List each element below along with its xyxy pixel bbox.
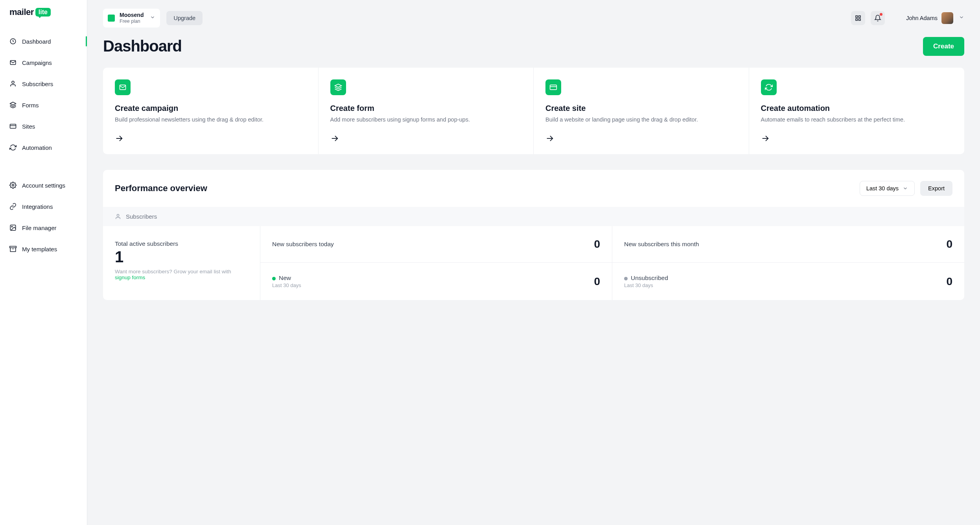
total-subscribers-cell: Total active subscribers 1 Want more sub…: [103, 226, 260, 300]
stat-value: 0: [946, 238, 952, 251]
user-icon: [9, 80, 17, 87]
link-icon: [9, 203, 17, 210]
status-dot: [624, 277, 628, 280]
brand-name: mailer: [9, 7, 34, 17]
total-subscribers-label: Total active subscribers: [115, 240, 248, 247]
sidebar-item-integrations[interactable]: Integrations: [0, 196, 87, 217]
sidebar-item-label: Subscribers: [22, 81, 53, 87]
sidebar-item-file-manager[interactable]: File manager: [0, 217, 87, 238]
chevron-down-icon: [959, 15, 964, 21]
svg-point-6: [12, 184, 14, 186]
sidebar-item-my-templates[interactable]: My templates: [0, 238, 87, 260]
refresh-icon: [761, 79, 777, 95]
sidebar-item-dashboard[interactable]: Dashboard: [0, 31, 87, 52]
action-card[interactable]: Create campaignBuild professional newsle…: [103, 68, 319, 154]
card-description: Build professional newsletters using the…: [115, 115, 306, 124]
svg-point-2: [12, 81, 14, 83]
stat-cell: New subscribers this month0: [612, 226, 964, 263]
stat-label: New: [272, 274, 301, 282]
brand-logo[interactable]: mailer lite: [0, 7, 87, 28]
sidebar-item-campaigns[interactable]: Campaigns: [0, 52, 87, 73]
sidebar-nav: DashboardCampaignsSubscribersFormsSitesA…: [0, 28, 87, 262]
apps-button[interactable]: [851, 11, 865, 25]
sidebar-item-label: File manager: [22, 225, 57, 231]
sidebar-item-label: Sites: [22, 123, 35, 130]
upgrade-button[interactable]: Upgrade: [166, 11, 203, 25]
svg-rect-14: [859, 18, 861, 20]
performance-panel: Performance overview Last 30 days Export…: [103, 170, 964, 300]
sidebar-item-account-settings[interactable]: Account settings: [0, 175, 87, 196]
sidebar-item-forms[interactable]: Forms: [0, 94, 87, 116]
action-card[interactable]: Create formAdd more subscribers using si…: [319, 68, 534, 154]
card-description: Automate emails to reach subscribers at …: [761, 115, 953, 124]
action-card[interactable]: Create automationAutomate emails to reac…: [749, 68, 965, 154]
user-menu[interactable]: John Adams: [906, 12, 964, 24]
stat-cell: NewLast 30 days0: [260, 263, 612, 300]
notifications-button[interactable]: [871, 11, 885, 25]
account-name: Moosend: [120, 12, 144, 18]
card-title: Create campaign: [115, 104, 306, 113]
export-button[interactable]: Export: [920, 181, 952, 196]
sidebar-item-label: Forms: [22, 102, 39, 109]
stat-label: New subscribers this month: [624, 241, 699, 248]
sidebar-item-label: Account settings: [22, 182, 65, 189]
gear-icon: [9, 182, 17, 189]
arrow-right-icon: [115, 134, 306, 144]
mail-icon: [115, 79, 131, 95]
action-cards: Create campaignBuild professional newsle…: [103, 68, 964, 154]
stat-value: 0: [594, 275, 600, 288]
sidebar-item-subscribers[interactable]: Subscribers: [0, 73, 87, 94]
layers-icon: [330, 79, 346, 95]
status-dot: [272, 277, 276, 280]
account-plan: Free plan: [120, 18, 144, 24]
page-title: Dashboard: [103, 37, 182, 55]
signup-forms-link[interactable]: signup forms: [115, 274, 145, 280]
sidebar-item-sites[interactable]: Sites: [0, 116, 87, 137]
layers-icon: [9, 101, 17, 109]
stat-label: Unsubscribed: [624, 274, 668, 282]
svg-point-23: [117, 214, 119, 216]
topbar: Moosend Free plan Upgrade John Adams: [87, 0, 980, 28]
sidebar-item-automation[interactable]: Automation: [0, 137, 87, 158]
svg-rect-9: [10, 246, 17, 248]
svg-rect-13: [856, 18, 858, 20]
stat-sublabel: Last 30 days: [272, 282, 301, 288]
arrow-right-icon: [330, 134, 522, 144]
sidebar-item-label: Dashboard: [22, 38, 51, 45]
stat-cell: UnsubscribedLast 30 days0: [612, 263, 964, 300]
mail-icon: [9, 59, 17, 66]
sidebar: mailer lite DashboardCampaignsSubscriber…: [0, 0, 87, 525]
box-icon: [9, 245, 17, 252]
stat-value: 0: [946, 275, 952, 288]
brand-badge: lite: [35, 8, 51, 17]
card-icon: [545, 79, 561, 95]
card-title: Create site: [545, 104, 737, 113]
clock-icon: [9, 38, 17, 45]
card-title: Create automation: [761, 104, 953, 113]
svg-point-8: [11, 226, 12, 227]
svg-rect-12: [859, 16, 861, 18]
svg-rect-11: [856, 16, 858, 18]
arrow-right-icon: [545, 134, 737, 144]
stat-sublabel: Last 30 days: [624, 282, 668, 288]
avatar: [941, 12, 953, 24]
card-description: Build a website or landing page using th…: [545, 115, 737, 124]
notification-dot: [880, 13, 882, 16]
stat-cell: New subscribers today0: [260, 226, 612, 263]
stats-grid: Total active subscribers 1 Want more sub…: [103, 226, 964, 300]
svg-rect-4: [10, 124, 16, 129]
image-icon: [9, 224, 17, 231]
date-range-label: Last 30 days: [866, 185, 899, 192]
create-button[interactable]: Create: [923, 37, 964, 56]
chevron-down-icon: [150, 15, 155, 21]
page-header: Dashboard Create: [87, 28, 980, 68]
subscribers-section-header: Subscribers: [103, 207, 964, 226]
section-label: Subscribers: [126, 213, 157, 220]
action-card[interactable]: Create siteBuild a website or landing pa…: [534, 68, 749, 154]
subscribers-hint: Want more subscribers? Grow your email l…: [115, 269, 248, 280]
date-range-select[interactable]: Last 30 days: [860, 181, 915, 196]
user-name: John Adams: [906, 15, 938, 21]
refresh-icon: [9, 144, 17, 151]
account-switcher[interactable]: Moosend Free plan: [103, 9, 160, 28]
user-icon: [115, 214, 121, 220]
